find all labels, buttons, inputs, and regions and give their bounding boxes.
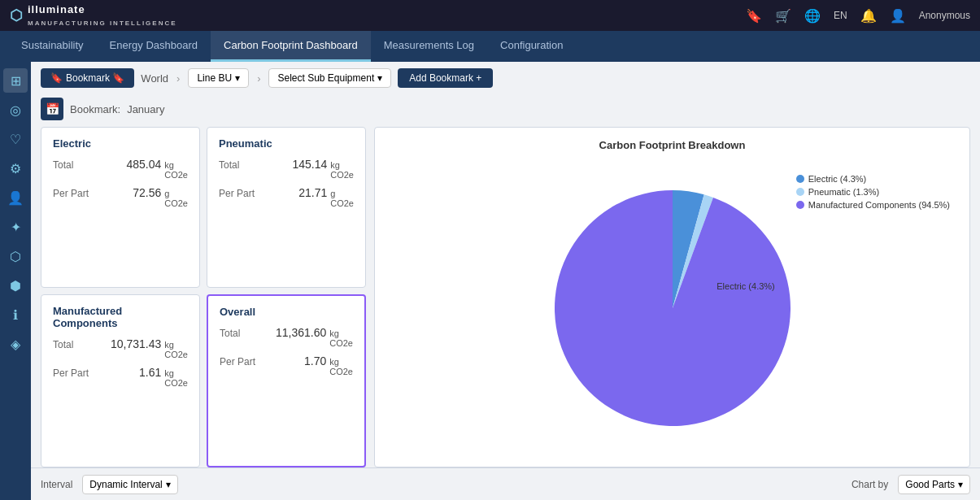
sidebar-icon-settings[interactable]: ⚙: [3, 156, 28, 180]
chevron-down-icon: ▾: [235, 72, 240, 84]
card-electric-total-row: Total 485.04 kg CO2e: [53, 158, 188, 180]
sub-equipment-dropdown[interactable]: Select Sub Equipment ▾: [268, 68, 391, 88]
bookmark-button[interactable]: 🔖 Bookmark 🔖: [41, 68, 134, 88]
card-pneumatic-perpart-label: Per Part: [219, 188, 255, 199]
bookmark-label: Bookmark:: [70, 103, 120, 115]
card-pneumatic-total-row: Total 145.14 kg CO2e: [219, 158, 354, 180]
line-bu-dropdown[interactable]: Line BU ▾: [188, 68, 249, 88]
sidebar-icon-user[interactable]: 👤: [3, 185, 28, 210]
bookmark-flag-icon: 🔖: [50, 72, 63, 84]
nav-configuration[interactable]: Configuration: [487, 31, 576, 62]
svg-text:Manufactured Components (94.5%: Manufactured Components (94.5%): [605, 438, 747, 448]
globe-icon[interactable]: 🌐: [804, 8, 821, 24]
card-pneumatic-total-number: 145.14: [292, 158, 327, 171]
card-pneumatic-perpart-number: 21.71: [298, 186, 327, 199]
card-electric-perpart-value: 72.56 g CO2e: [133, 186, 188, 208]
card-electric-title: Electric: [53, 137, 188, 150]
nav-sustainability[interactable]: Sustainability: [8, 31, 97, 62]
layout: ⊞ ◎ ♡ ⚙ 👤 ✦ ⬡ ⬢ ℹ ◈ 🔖 Bookmark 🔖 World ›…: [0, 62, 980, 500]
bell-icon[interactable]: 🔔: [860, 8, 877, 24]
chart-by-dropdown[interactable]: Good Parts ▾: [898, 475, 970, 494]
legend-item-electric: Electric (4.3%): [796, 174, 950, 184]
legend-label-pneumatic: Pneumatic (1.3%): [808, 187, 879, 197]
user-label: Anonymous: [919, 10, 970, 21]
chevron-down-icon2: ▾: [377, 72, 382, 84]
card-electric-total-label: Total: [53, 159, 73, 171]
breadcrumb-sep2: ›: [257, 72, 260, 85]
card-overall-perpart-unit: kg CO2e: [329, 357, 353, 376]
card-pneumatic-perpart-row: Per Part 21.71 g CO2e: [219, 186, 354, 208]
card-manufactured-total-number: 10,731.43: [111, 337, 161, 350]
sidebar-icon-health[interactable]: ♡: [3, 127, 28, 151]
legend-label-manufactured: Manufactured Components (94.5%): [808, 200, 950, 210]
card-manufactured-perpart-number: 1.61: [139, 366, 161, 379]
cart-icon[interactable]: 🛒: [775, 8, 791, 24]
card-pneumatic: Pneumatic Total 145.14 kg CO2e Per Part: [207, 127, 366, 288]
card-overall-title: Overall: [220, 306, 353, 318]
card-electric-perpart-row: Per Part 72.56 g CO2e: [53, 186, 188, 208]
calendar-button[interactable]: 📅: [41, 98, 63, 120]
card-manufactured: Manufactured Components Total 10,731.43 …: [41, 294, 200, 467]
add-bookmark-label: Add Bookmark +: [409, 72, 481, 84]
sidebar-icon-diamond[interactable]: ◈: [3, 332, 28, 356]
sidebar: ⊞ ◎ ♡ ⚙ 👤 ✦ ⬡ ⬢ ℹ ◈: [0, 62, 31, 500]
card-electric: Electric Total 485.04 kg CO2e Per Part: [41, 127, 200, 288]
chart-title: Carbon Footprint Breakdown: [386, 139, 958, 151]
nav-measurements-log[interactable]: Measurements Log: [371, 31, 487, 62]
logo: ⬡ illuminateMANUFACTURING INTELLIGENCE: [10, 3, 177, 28]
card-manufactured-perpart-value: 1.61 kg CO2e: [139, 366, 188, 388]
top-nav: ⬡ illuminateMANUFACTURING INTELLIGENCE 🔖…: [0, 0, 980, 31]
breadcrumb-sep1: ›: [176, 72, 180, 85]
chart-panel: Carbon Footprint Breakdown Electric (4.3…: [374, 127, 970, 467]
bookmark-nav-icon[interactable]: 🔖: [746, 8, 762, 24]
calendar-icon: 📅: [46, 102, 59, 115]
card-electric-total-value: 485.04 kg CO2e: [126, 158, 188, 180]
breadcrumb-world: World: [141, 72, 168, 85]
sidebar-icon-hex1[interactable]: ⬡: [3, 244, 28, 268]
interval-label: Interval: [41, 479, 72, 490]
card-manufactured-perpart-label: Per Part: [53, 367, 89, 379]
card-overall-perpart-label: Per Part: [220, 356, 255, 367]
cards-panel: Electric Total 485.04 kg CO2e Per Part: [41, 127, 366, 467]
card-overall-total-value: 11,361.60 kg CO2e: [276, 326, 353, 348]
sidebar-icon-dashboard[interactable]: ⊞: [3, 68, 28, 93]
card-electric-perpart-label: Per Part: [53, 188, 89, 199]
card-electric-perpart-number: 72.56: [133, 186, 161, 199]
sidebar-icon-info[interactable]: ℹ: [3, 302, 28, 327]
nav-carbon-footprint[interactable]: Carbon Footprint Dashboard: [211, 31, 371, 62]
main-area: Electric Total 485.04 kg CO2e Per Part: [31, 127, 980, 467]
user-icon[interactable]: 👤: [890, 8, 906, 24]
legend-label-electric: Electric (4.3%): [808, 174, 867, 184]
legend-item-manufactured: Manufactured Components (94.5%): [796, 200, 950, 210]
interval-chevron-icon: ▾: [166, 479, 171, 490]
card-pneumatic-total-unit: kg CO2e: [330, 160, 354, 180]
card-overall: Overall Total 11,361.60 kg CO2e Per Part: [207, 294, 366, 467]
sidebar-icon-hex2[interactable]: ⬢: [3, 273, 28, 298]
nav-energy-dashboard[interactable]: Energy Dashboard: [97, 31, 211, 62]
card-manufactured-perpart-row: Per Part 1.61 kg CO2e: [53, 366, 188, 388]
interval-dropdown[interactable]: Dynamic Interval ▾: [82, 475, 177, 494]
chart-legend: Electric (4.3%) Pneumatic (1.3%) Manufac…: [796, 174, 950, 210]
date-bar: 📅 Bookmark: January: [31, 94, 980, 127]
sidebar-icon-analytics[interactable]: ◎: [3, 98, 28, 122]
card-pneumatic-total-value: 145.14 kg CO2e: [292, 158, 354, 180]
card-overall-perpart-value: 1.70 kg CO2e: [304, 354, 353, 376]
card-overall-total-label: Total: [220, 328, 240, 339]
card-manufactured-total-value: 10,731.43 kg CO2e: [111, 337, 188, 359]
card-overall-total-number: 11,361.60: [276, 326, 326, 339]
card-electric-perpart-unit: g CO2e: [164, 189, 188, 208]
legend-item-pneumatic: Pneumatic (1.3%): [796, 187, 950, 197]
sidebar-icon-star[interactable]: ✦: [3, 215, 28, 239]
pie-chart: Electric (4.3%)Manufactured Components (…: [526, 158, 819, 450]
chart-by-value: Good Parts: [905, 479, 955, 490]
chart-by-label: Chart by: [852, 479, 888, 490]
card-manufactured-total-row: Total 10,731.43 kg CO2e: [53, 337, 188, 359]
legend-dot-manufactured: [796, 201, 804, 209]
add-bookmark-button[interactable]: Add Bookmark +: [398, 68, 493, 88]
main-nav: Sustainability Energy Dashboard Carbon F…: [0, 31, 980, 62]
bookmark-bar: 🔖 Bookmark 🔖 World › Line BU ▾ › Select …: [31, 62, 980, 94]
bookmark-date: January: [127, 103, 164, 115]
card-manufactured-total-unit: kg CO2e: [164, 340, 188, 359]
lang-label[interactable]: EN: [834, 10, 847, 21]
card-pneumatic-total-label: Total: [219, 159, 239, 171]
